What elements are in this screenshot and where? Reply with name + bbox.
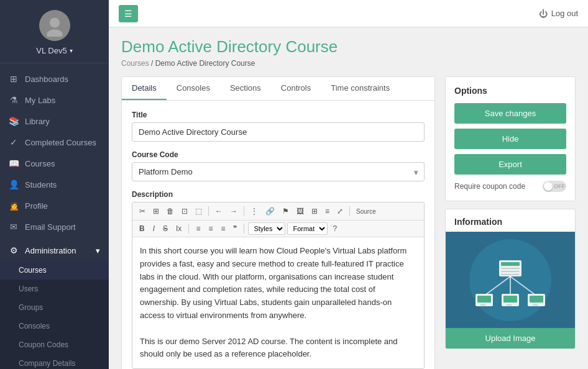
- tb-quote[interactable]: ❞: [230, 222, 240, 235]
- sidebar-item-students[interactable]: 👤 Students: [0, 174, 109, 195]
- coupon-label: Require coupon code: [454, 182, 525, 191]
- tb-copy[interactable]: ⊞: [150, 205, 162, 217]
- options-title: Options: [454, 86, 566, 96]
- svg-point-1: [47, 29, 62, 37]
- tab-sections[interactable]: Sections: [220, 77, 271, 100]
- tab-time-constraints[interactable]: Time constraints: [321, 77, 400, 100]
- tabs: Details Consoles Sections Controls Time …: [122, 77, 434, 101]
- tb-separator-4: [188, 224, 189, 234]
- tb-help[interactable]: ?: [329, 222, 340, 235]
- sidebar-item-email-support[interactable]: ✉ Email Support: [0, 216, 109, 237]
- students-icon: 👤: [9, 180, 19, 189]
- tb-undo-all[interactable]: ⊡: [178, 205, 191, 217]
- admin-subitem-users[interactable]: Users: [0, 280, 109, 298]
- tb-format-select[interactable]: Format: [287, 222, 328, 235]
- tb-flag[interactable]: ⚑: [279, 205, 292, 217]
- tb-subscript[interactable]: Ix: [173, 222, 185, 235]
- tb-italic[interactable]: I: [150, 222, 158, 235]
- tb-cut[interactable]: ✂: [136, 205, 149, 217]
- tb-styles-select[interactable]: Styles: [248, 222, 285, 235]
- topbar: ☰ ⏻ Log out: [109, 0, 588, 27]
- admin-subitem-consoles[interactable]: Consoles: [0, 317, 109, 335]
- sidebar-admin-header[interactable]: ⚙ Administration ▾: [0, 240, 109, 261]
- tb-list[interactable]: ≡: [322, 205, 333, 217]
- course-code-label: Course Code: [132, 150, 425, 159]
- tb-indent[interactable]: ≡: [218, 222, 228, 235]
- toggle-track[interactable]: OFF: [543, 181, 566, 192]
- menu-button[interactable]: ☰: [119, 5, 138, 22]
- svg-rect-13: [480, 304, 485, 306]
- tb-separator-1: [208, 206, 209, 216]
- admin-subitem-company-details[interactable]: Company Details: [0, 354, 109, 369]
- save-changes-button[interactable]: Save changes: [454, 103, 566, 124]
- profile-icon: 🙍: [9, 201, 19, 211]
- nav-items: ⊞ Dashboards ⚗ My Labs 📚 Library ✓ Compl…: [0, 63, 109, 369]
- tb-table[interactable]: ⊞: [308, 205, 321, 217]
- tb-separator-3: [349, 206, 350, 216]
- tb-separator-5: [244, 224, 244, 234]
- svg-rect-6: [501, 271, 520, 272]
- course-code-group: Course Code Platform Demo Option 2 Optio…: [132, 150, 425, 181]
- admin-subitem-groups[interactable]: Groups: [0, 298, 109, 317]
- sidebar: VL Dev5 ▾ ⊞ Dashboards ⚗ My Labs 📚 Libra…: [0, 0, 109, 369]
- tab-details[interactable]: Details: [122, 77, 167, 100]
- title-input[interactable]: [132, 122, 425, 142]
- svg-rect-16: [507, 304, 512, 306]
- tb-link[interactable]: 🔗: [262, 205, 278, 217]
- email-icon: ✉: [9, 222, 19, 232]
- tb-strike[interactable]: S: [160, 222, 171, 235]
- tb-undo[interactable]: ←: [212, 205, 226, 217]
- breadcrumb-current: Demo Active Directory Course: [155, 59, 255, 68]
- my-labs-icon: ⚗: [9, 95, 19, 105]
- svg-point-0: [49, 17, 59, 27]
- admin-icon: ⚙: [9, 245, 19, 255]
- export-button[interactable]: Export: [454, 154, 566, 175]
- admin-caret-icon: ▾: [96, 246, 100, 255]
- admin-subitem-coupon-codes[interactable]: Coupon Codes: [0, 335, 109, 354]
- sidebar-item-completed-courses[interactable]: ✓ Completed Courses: [0, 132, 109, 153]
- tab-consoles[interactable]: Consoles: [167, 77, 220, 100]
- tb-redo-all[interactable]: ⬚: [192, 205, 205, 217]
- page-content: Demo Active Directory Course Courses / D…: [109, 27, 588, 369]
- tab-controls[interactable]: Controls: [271, 77, 321, 100]
- sidebar-item-my-labs[interactable]: ⚗ My Labs: [0, 89, 109, 111]
- logout-area[interactable]: ⏻ Log out: [539, 9, 578, 19]
- breadcrumb-courses[interactable]: Courses: [121, 59, 149, 68]
- svg-rect-4: [501, 262, 520, 266]
- coupon-row: Require coupon code OFF: [454, 181, 566, 192]
- completed-icon: ✓: [9, 137, 19, 147]
- tb-expand[interactable]: ⤢: [334, 205, 346, 217]
- course-code-select[interactable]: Platform Demo Option 2 Option 3: [132, 162, 425, 181]
- sidebar-item-courses[interactable]: 📖 Courses: [0, 153, 109, 174]
- tb-image[interactable]: 🖼: [293, 205, 307, 217]
- svg-rect-5: [501, 268, 520, 269]
- tb-delete[interactable]: 🗑: [163, 205, 177, 217]
- topbar-left: ☰: [119, 5, 138, 22]
- upload-image-button[interactable]: Upload Image: [446, 328, 575, 348]
- admin-subitem-courses[interactable]: Courses: [0, 261, 109, 280]
- tb-ol[interactable]: ≡: [193, 222, 203, 235]
- avatar: [39, 10, 70, 41]
- tb-ul[interactable]: ≡: [205, 222, 216, 235]
- sidebar-item-library[interactable]: 📚 Library: [0, 111, 109, 132]
- sidebar-item-dashboards[interactable]: ⊞ Dashboards: [0, 68, 109, 89]
- options-panel: Options Save changes Hide Export Require…: [445, 76, 576, 369]
- editor-content[interactable]: In this short course you will learn how …: [132, 237, 424, 368]
- page-title: Demo Active Directory Course: [121, 37, 576, 57]
- tb-redo[interactable]: →: [227, 205, 241, 217]
- admin-submenu: Courses Users Groups Consoles Coupon Cod…: [0, 261, 109, 369]
- content-area: Details Consoles Sections Controls Time …: [121, 76, 576, 369]
- tb-source[interactable]: Source: [353, 206, 379, 217]
- tb-bold[interactable]: B: [136, 222, 148, 235]
- editor-toolbar-row2: B I S Ix ≡ ≡ ≡ ❞ Styles: [132, 221, 424, 237]
- coupon-toggle[interactable]: OFF: [543, 181, 566, 192]
- svg-rect-19: [533, 304, 538, 306]
- information-title: Information: [446, 209, 575, 227]
- tb-more[interactable]: ⋮: [247, 205, 261, 217]
- sidebar-item-profile[interactable]: 🙍 Profile: [0, 195, 109, 216]
- hide-button[interactable]: Hide: [454, 129, 566, 149]
- description-label: Description: [132, 190, 425, 199]
- tb-separator-2: [244, 206, 244, 216]
- user-name[interactable]: VL Dev5 ▾: [36, 46, 72, 55]
- editor-wrapper: ✂ ⊞ 🗑 ⊡ ⬚ ← → ⋮ 🔗 ⚑: [132, 202, 425, 369]
